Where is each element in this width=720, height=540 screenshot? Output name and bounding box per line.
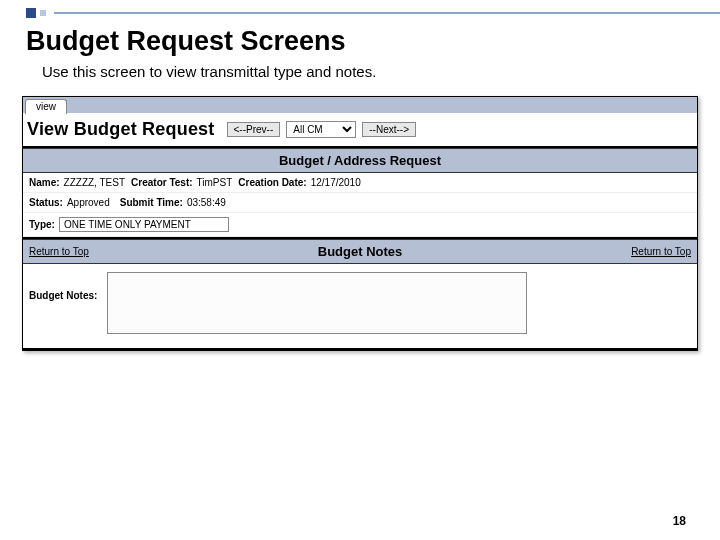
name-label: Name: [29,177,60,188]
creation-date-value: 12/17/2010 [311,177,361,188]
submit-time-label: Submit Time: [120,197,183,208]
budget-notes-title: Budget Notes [318,244,403,259]
divider-bottom [23,348,697,350]
accent-line [0,8,720,18]
app-window: view View Budget Request <--Prev-- All C… [22,96,698,351]
budget-notes-textarea[interactable] [107,272,527,334]
row-name: Name: ZZZZZ, TEST Creator Test: TimPST C… [23,173,697,193]
creator-label: Creator Test: [131,177,193,188]
accent-dot [40,10,46,16]
row-status: Status: Approved Submit Time: 03:58:49 [23,193,697,213]
view-toolbar: View Budget Request <--Prev-- All CM --N… [23,113,697,148]
prev-button[interactable]: <--Prev-- [227,122,281,137]
name-value: ZZZZZ, TEST [64,177,125,188]
submit-time-value: 03:58:49 [187,197,226,208]
budget-notes-label: Budget Notes: [29,272,97,301]
return-to-top-right[interactable]: Return to Top [631,246,691,257]
notes-area: Budget Notes: [23,264,697,348]
accent-square [26,8,36,18]
page-number: 18 [673,514,686,528]
creator-value: TimPST [197,177,233,188]
slide-title: Budget Request Screens [0,22,720,63]
tab-bar: view [23,97,697,113]
type-value[interactable]: ONE TIME ONLY PAYMENT [59,217,229,232]
creation-date-label: Creation Date: [238,177,306,188]
next-button[interactable]: --Next--> [362,122,416,137]
type-label: Type: [29,219,55,230]
section-budget-notes-header: Return to Top Budget Notes Return to Top [23,239,697,264]
row-type: Type: ONE TIME ONLY PAYMENT [23,213,697,237]
record-select[interactable]: All CM [286,121,356,138]
view-title: View Budget Request [27,119,221,140]
status-label: Status: [29,197,63,208]
slide-header: Budget Request Screens Use this screen t… [0,0,720,90]
status-value: Approved [67,197,110,208]
tab-view[interactable]: view [25,99,67,114]
accent-bar [54,12,720,14]
return-to-top-left[interactable]: Return to Top [29,246,89,257]
section-budget-address-header: Budget / Address Request [23,148,697,173]
slide-subtitle: Use this screen to view transmittal type… [0,63,720,90]
